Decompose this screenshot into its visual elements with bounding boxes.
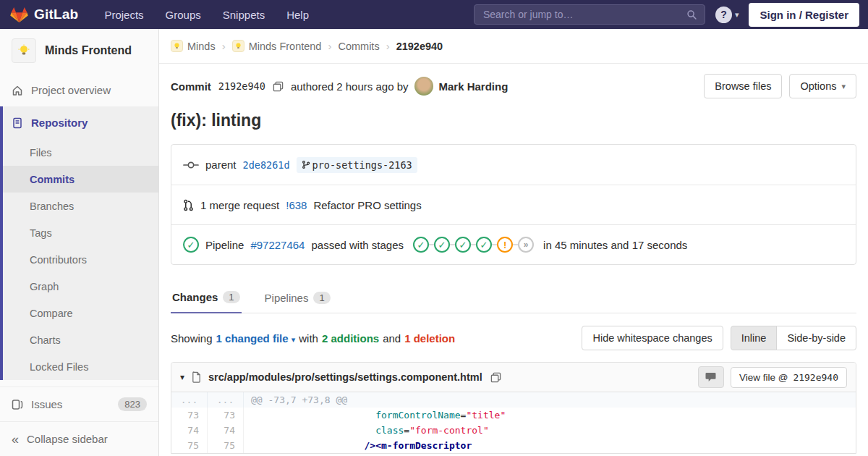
browse-files-button[interactable]: Browse files [704, 74, 782, 98]
breadcrumb-label: Minds [187, 41, 216, 52]
pipeline-link[interactable]: #97227464 [250, 239, 305, 251]
sidebar-item-branches[interactable]: Branches [3, 193, 158, 219]
new-line-number[interactable]: 74 [208, 423, 244, 438]
nav-item-projects[interactable]: Projects [104, 9, 143, 21]
inline-view-button[interactable]: Inline [731, 326, 778, 350]
new-line-number[interactable]: 73 [208, 408, 244, 423]
pipeline-status-passed-icon[interactable]: ✓ [183, 237, 199, 253]
new-line-number[interactable]: 75 [208, 438, 244, 453]
copy-path-button[interactable] [489, 371, 503, 384]
sidebar-item-commits[interactable]: Commits [3, 166, 158, 193]
pipeline-status-text: passed with stages [311, 239, 404, 251]
options-button[interactable]: Options ▾ [789, 74, 856, 98]
parent-sha-link[interactable]: 2de8261d [243, 159, 290, 171]
sidebar-item-repository[interactable]: Repository [3, 106, 158, 139]
sidebar-item-project-overview[interactable]: Project overview [0, 74, 158, 106]
nav-item-snippets[interactable]: Snippets [223, 9, 265, 21]
project-avatar-lightbulb-icon[interactable] [12, 38, 36, 63]
merge-request-link[interactable]: !638 [286, 199, 307, 211]
showing-label: Showing [171, 332, 213, 345]
stage-connector [471, 244, 476, 245]
pipeline-stage-success-icon[interactable]: ✓ [455, 237, 471, 253]
copy-sha-button[interactable] [271, 80, 285, 93]
sidebar-item-compare[interactable]: Compare [3, 300, 158, 326]
diff-toolbar: Showing 1 changed file ▾ with 2 addition… [171, 326, 856, 350]
question-icon[interactable]: ? [715, 7, 732, 23]
breadcrumb-label: Commits [338, 41, 379, 52]
sidebar-item-issues[interactable]: Issues 823 [0, 387, 158, 421]
sidebar-item-tags[interactable]: Tags [3, 219, 158, 246]
nav-item-groups[interactable]: Groups [166, 9, 201, 21]
tab-changes[interactable]: Changes 1 [171, 283, 242, 313]
diff-file-header: ▾ src/app/modules/pro/settings/settings.… [171, 363, 856, 392]
hide-whitespace-button[interactable]: Hide whitespace changes [582, 326, 723, 350]
breadcrumb-item-commits[interactable]: Commits [338, 41, 379, 52]
breadcrumb-item-commit-sha: 2192e940 [396, 41, 443, 52]
old-line-number[interactable]: 73 [171, 408, 208, 423]
sidebar-item-label: Repository [31, 117, 147, 129]
tab-pipelines[interactable]: Pipelines 1 [263, 283, 332, 313]
old-line-number[interactable]: 74 [171, 423, 208, 438]
search-box[interactable] [474, 4, 705, 25]
stage-connector [450, 244, 455, 245]
old-line-number[interactable]: 75 [171, 438, 208, 453]
and-label: and [383, 332, 401, 345]
pipeline-stage-warning-icon[interactable]: ! [497, 237, 513, 253]
new-line-number[interactable]: ... [208, 392, 244, 408]
gitlab-logo[interactable]: GitLab [10, 7, 78, 23]
sidebar-item-locked-files[interactable]: Locked Files [3, 353, 158, 380]
project-title[interactable]: Minds Frontend [45, 44, 132, 57]
chevron-down-icon: ▾ [735, 11, 739, 19]
author-name[interactable]: Mark Harding [439, 80, 509, 93]
view-file-button[interactable]: View file @ 2192e940 [731, 367, 847, 388]
pipeline-stage-more-icon[interactable]: » [518, 237, 534, 253]
nav-item-help[interactable]: Help [286, 9, 309, 21]
chevron-right-icon: › [386, 40, 390, 52]
project-avatar-lightbulb-icon [232, 40, 244, 52]
commit-authored-text: authored 2 hours ago by [291, 80, 409, 93]
collapse-sidebar-button[interactable]: « Collapse sidebar [0, 421, 158, 456]
sidebar: Minds Frontend Project overview Reposito… [0, 29, 159, 456]
collapse-diff-caret-icon[interactable]: ▾ [180, 372, 184, 382]
options-label: Options [800, 80, 836, 92]
breadcrumb-item-minds-frontend[interactable]: Minds Frontend [232, 40, 322, 52]
sidebar-item-graph[interactable]: Graph [3, 273, 158, 300]
changed-file-dropdown[interactable]: 1 changed file ▾ [216, 332, 296, 345]
sidebar-item-contributors[interactable]: Contributors [3, 246, 158, 273]
repository-section: Repository FilesCommitsBranchesTagsContr… [0, 106, 158, 380]
pipeline-stage-success-icon[interactable]: ✓ [476, 237, 492, 253]
caret-down-icon: ▾ [292, 335, 296, 344]
stage-connector [513, 244, 518, 245]
repository-subitems: FilesCommitsBranchesTagsContributorsGrap… [3, 139, 158, 380]
pipeline-mini-graph: ✓✓✓✓!» [413, 237, 534, 253]
merge-request-title: Refactor PRO settings [313, 199, 421, 211]
author-avatar[interactable] [414, 77, 433, 96]
pipeline-duration: in 45 minutes and 17 seconds [543, 239, 687, 251]
branch-name: pro-settings-2163 [312, 159, 412, 171]
diff-view-toggle: Inline Side-by-side [731, 326, 856, 350]
breadcrumb: Minds › Minds Frontend › Commits › 2192e… [159, 29, 868, 64]
toggle-comments-button[interactable] [698, 366, 724, 388]
copy-icon [490, 372, 501, 383]
sign-in-register-button[interactable]: Sign in / Register [749, 3, 859, 27]
pipeline-stage-success-icon[interactable]: ✓ [413, 237, 429, 253]
old-line-number[interactable]: ... [171, 392, 208, 408]
comment-icon [705, 372, 716, 382]
file-path[interactable]: src/app/modules/pro/settings/settings.co… [208, 371, 482, 383]
help-menu[interactable]: ? ▾ [715, 7, 739, 23]
search-icon[interactable] [686, 9, 697, 20]
commit-header: Commit 2192e940 authored 2 hours ago by … [171, 74, 856, 98]
pipeline-stage-success-icon[interactable]: ✓ [434, 237, 450, 253]
branch-badge[interactable]: pro-settings-2163 [297, 157, 417, 173]
sidebar-item-files[interactable]: Files [3, 139, 158, 166]
home-icon [12, 85, 23, 96]
diff-line: 7575 /><m-formDescriptor [171, 438, 856, 453]
breadcrumb-item-minds[interactable]: Minds [171, 40, 216, 52]
gitlab-tanuki-icon [10, 7, 28, 23]
side-by-side-view-button[interactable]: Side-by-side [776, 326, 856, 350]
search-input[interactable] [482, 8, 686, 21]
chevron-right-icon: › [222, 40, 226, 52]
main-content: Minds › Minds Frontend › Commits › 2192e… [159, 0, 868, 454]
project-context[interactable]: Minds Frontend [0, 29, 158, 74]
sidebar-item-charts[interactable]: Charts [3, 326, 158, 353]
